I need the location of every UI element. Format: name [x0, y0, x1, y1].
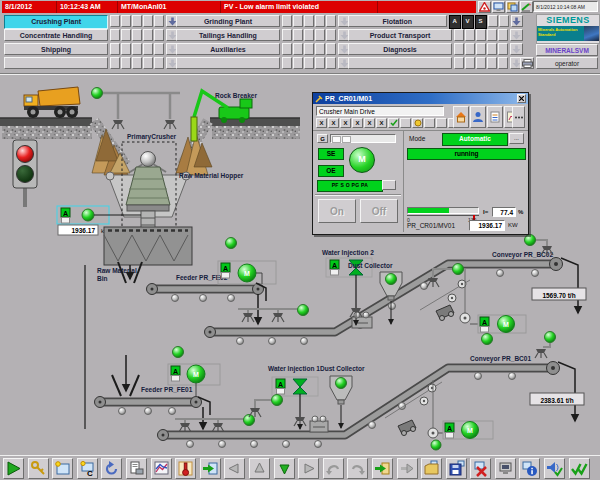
- more-views-button[interactable]: [512, 106, 525, 128]
- nav-spare[interactable]: [348, 57, 452, 69]
- nav-status-square[interactable]: [132, 29, 142, 41]
- nav-status-square[interactable]: [121, 29, 131, 41]
- nav-status-square[interactable]: [465, 57, 475, 69]
- nav-concentrate-handling[interactable]: Concentrate Handling: [4, 29, 108, 41]
- nav-status-square[interactable]: [498, 57, 508, 69]
- feeder-fe02-drive[interactable]: A M: [218, 238, 276, 285]
- limits-view-icon[interactable]: [487, 106, 503, 128]
- nav-tailings-handling[interactable]: Tailings Handling: [176, 29, 280, 41]
- nav-status-square[interactable]: [304, 15, 314, 27]
- nav-status-square[interactable]: [143, 29, 153, 41]
- nav-status-square[interactable]: [476, 29, 486, 41]
- monitor-icon[interactable]: [495, 458, 516, 479]
- nav-status-square[interactable]: [132, 43, 142, 55]
- ack-x-button[interactable]: X: [364, 118, 375, 128]
- nav-status-square[interactable]: [315, 15, 325, 27]
- nav-status-square[interactable]: [488, 15, 498, 27]
- nav-auxiliaries[interactable]: Auxiliaries: [176, 43, 280, 55]
- start-icon[interactable]: [3, 458, 24, 479]
- nav-status-square[interactable]: [132, 15, 142, 27]
- group-ack-a-button[interactable]: A: [449, 15, 461, 29]
- status-lamp[interactable]: [272, 395, 283, 406]
- printer-icon[interactable]: [520, 57, 534, 69]
- nav-status-square[interactable]: [315, 29, 325, 41]
- ack-x-button[interactable]: X: [376, 118, 387, 128]
- monitor-icon[interactable]: [492, 1, 505, 13]
- nav-crushing-plant[interactable]: Crushing Plant: [4, 15, 108, 29]
- bc01-rate-display[interactable]: 2383.61 t/h: [530, 393, 584, 405]
- nav-status-square[interactable]: [498, 43, 508, 55]
- nav-shipping[interactable]: Shipping: [4, 43, 108, 55]
- nav-status-square[interactable]: [110, 15, 120, 27]
- nav-status-square[interactable]: [154, 15, 164, 27]
- nav-status-square[interactable]: [465, 29, 475, 41]
- blank-button[interactable]: [424, 118, 435, 128]
- bc01-belt-weigher[interactable]: [310, 416, 328, 432]
- on-button[interactable]: On: [318, 199, 356, 223]
- picture-jump-icon[interactable]: [200, 458, 221, 479]
- nav-status-square[interactable]: [282, 57, 292, 69]
- nav-status-square[interactable]: [282, 15, 292, 27]
- alarm-line[interactable]: 8/1/2012 10:12:43 AM MT/MonAnI01 PV - Lo…: [2, 1, 476, 13]
- nav-status-square[interactable]: [110, 29, 120, 41]
- nav-status-square[interactable]: [315, 57, 325, 69]
- picture-info-icon[interactable]: [519, 458, 540, 479]
- nav-status-square[interactable]: [476, 57, 486, 69]
- blank-button[interactable]: [436, 118, 447, 128]
- hand-icon[interactable]: [412, 118, 423, 128]
- nav-status-square[interactable]: [326, 43, 336, 55]
- ack-x-button[interactable]: X: [340, 118, 351, 128]
- blank-button[interactable]: [400, 118, 411, 128]
- ack-x-button[interactable]: X: [328, 118, 339, 128]
- nav-flotation[interactable]: Flotation: [348, 15, 447, 27]
- status-lamp[interactable]: [298, 305, 309, 316]
- mode-more-button[interactable]: ...: [509, 133, 524, 144]
- nav-status-square[interactable]: [326, 15, 336, 27]
- nav-status-square[interactable]: [154, 57, 164, 69]
- undo-icon[interactable]: [323, 458, 344, 479]
- picture-star-icon[interactable]: [52, 458, 73, 479]
- nav-status-square[interactable]: [487, 57, 497, 69]
- nav-status-square[interactable]: [454, 57, 464, 69]
- picture-copy-c-icon[interactable]: C: [77, 458, 98, 479]
- ack-x-button[interactable]: X: [316, 118, 327, 128]
- check-icon[interactable]: [388, 118, 399, 128]
- nav-status-square[interactable]: [293, 15, 303, 27]
- redo-icon[interactable]: [347, 458, 368, 479]
- key-icon[interactable]: [28, 458, 49, 479]
- nav-status-square[interactable]: [143, 57, 153, 69]
- conveyor-bc01-drive[interactable]: A M: [431, 421, 493, 450]
- signature-icon[interactable]: [520, 1, 533, 13]
- bc02-rate-display[interactable]: 1569.70 t/h: [532, 288, 586, 300]
- close-icon[interactable]: [517, 94, 526, 103]
- nav-status-square[interactable]: [304, 29, 314, 41]
- refresh-icon[interactable]: [101, 458, 122, 479]
- nav-status-square[interactable]: [454, 29, 464, 41]
- trend-icon[interactable]: [151, 458, 172, 479]
- nav-status-square[interactable]: [465, 43, 475, 55]
- feeder-fe02-belt[interactable]: [147, 284, 264, 302]
- nav-status-square[interactable]: [326, 57, 336, 69]
- report-icon[interactable]: [126, 458, 147, 479]
- nav-status-square[interactable]: [282, 29, 292, 41]
- feeder-fe01-belt[interactable]: [95, 397, 202, 415]
- nav-status-square[interactable]: [476, 43, 486, 55]
- operator-button[interactable]: operator: [536, 57, 598, 69]
- nav-product-transport[interactable]: Product Transport: [348, 29, 452, 41]
- nav-status-square[interactable]: [499, 15, 509, 27]
- conveyor-bc01-belt[interactable]: [158, 362, 560, 448]
- nav-status-square[interactable]: [143, 15, 153, 27]
- off-button[interactable]: Off: [360, 199, 398, 223]
- group-ack-v-button[interactable]: V: [462, 15, 474, 29]
- nav-status-square[interactable]: [143, 43, 153, 55]
- dust-collector1[interactable]: [330, 376, 352, 428]
- delete-picture-icon[interactable]: [470, 458, 491, 479]
- nav-spare[interactable]: [4, 57, 108, 69]
- nav-spare[interactable]: [176, 57, 280, 69]
- faceplate-window[interactable]: PR_CR01/M01 Crusher Main Drive X X X X X…: [312, 92, 529, 235]
- status-lamp[interactable]: [525, 235, 536, 246]
- nav-status-square[interactable]: [454, 43, 464, 55]
- home-view-icon[interactable]: [453, 106, 469, 128]
- nav-status-square[interactable]: [498, 29, 508, 41]
- nav-status-square[interactable]: [121, 57, 131, 69]
